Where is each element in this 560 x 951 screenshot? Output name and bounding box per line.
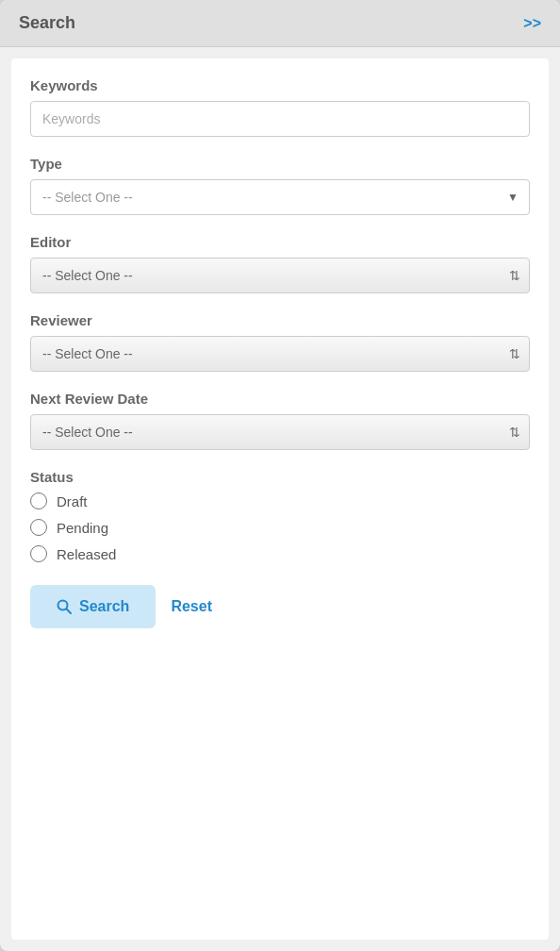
search-panel: Search >> Keywords Type -- Select One --… [0,0,560,951]
keywords-label: Keywords [30,77,530,93]
panel-header: Search >> [0,0,560,47]
status-released-label: Released [57,546,116,562]
keywords-input[interactable] [30,101,530,137]
status-group: Status Draft Pending Released [30,469,530,562]
editor-label: Editor [30,234,530,250]
type-group: Type -- Select One -- ▼ [30,156,530,215]
next-review-date-select-wrapper: -- Select One -- ⇅ [30,414,530,450]
reviewer-label: Reviewer [30,312,530,328]
search-button[interactable]: Search [30,585,156,628]
status-pending-item: Pending [30,519,530,536]
reviewer-select[interactable]: -- Select One -- [30,336,530,372]
panel-title: Search [19,13,75,33]
panel-body: Keywords Type -- Select One -- ▼ Editor … [11,58,549,940]
editor-select[interactable]: -- Select One -- [30,258,530,293]
svg-line-1 [67,609,72,614]
editor-group: Editor -- Select One -- ⇅ [30,234,530,293]
expand-button[interactable]: >> [523,15,541,32]
keywords-group: Keywords [30,77,530,137]
status-draft-radio[interactable] [30,492,47,509]
status-released-radio[interactable] [30,545,47,562]
editor-select-wrapper: -- Select One -- ⇅ [30,258,530,293]
reviewer-select-wrapper: -- Select One -- ⇅ [30,336,530,372]
button-row: Search Reset [30,585,530,628]
type-label: Type [30,156,530,172]
status-draft-label: Draft [57,493,88,509]
next-review-date-select[interactable]: -- Select One -- [30,414,530,450]
status-pending-radio[interactable] [30,519,47,536]
search-button-label: Search [79,598,129,615]
status-draft-item: Draft [30,492,530,509]
status-label: Status [30,469,530,485]
status-released-item: Released [30,545,530,562]
next-review-date-group: Next Review Date -- Select One -- ⇅ [30,391,530,450]
reset-button[interactable]: Reset [171,585,212,628]
type-select[interactable]: -- Select One -- [30,179,530,215]
search-icon [57,599,72,614]
reviewer-group: Reviewer -- Select One -- ⇅ [30,312,530,372]
status-pending-label: Pending [57,520,108,536]
type-select-wrapper: -- Select One -- ▼ [30,179,530,215]
next-review-date-label: Next Review Date [30,391,530,407]
